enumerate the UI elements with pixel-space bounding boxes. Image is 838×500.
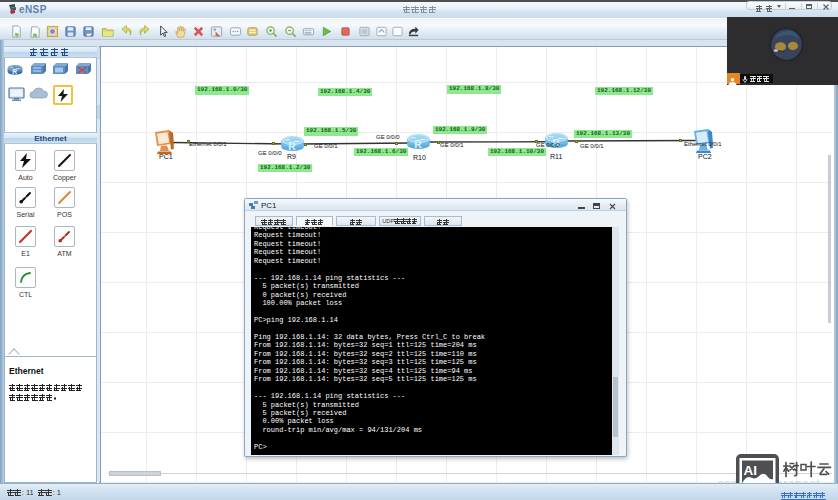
svg-text:R: R	[288, 141, 296, 152]
svg-text:AI: AI	[744, 463, 758, 478]
svg-text:R: R	[414, 139, 422, 150]
